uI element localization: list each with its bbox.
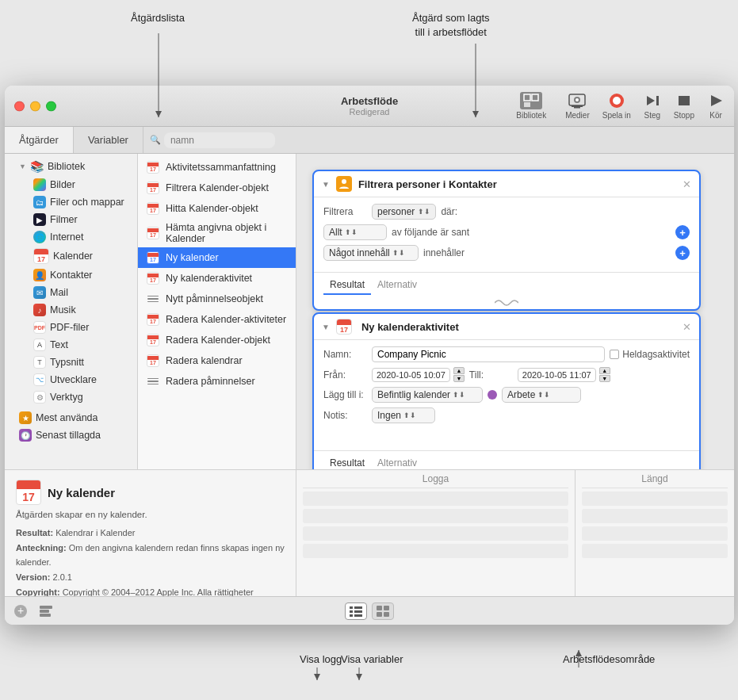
sidebar-label-senasttillagda: Senast tillagda <box>36 430 101 441</box>
filter-card-close[interactable]: ✕ <box>683 178 691 190</box>
sidebar-item-pdf[interactable]: PDF PDF-filer <box>8 319 134 336</box>
color-dot <box>488 390 497 400</box>
condition2-select[interactable]: Något innehåll ⬆⬇ <box>323 245 419 261</box>
till-input[interactable]: 2020-10-05 11:07 <box>518 368 596 382</box>
sidebar-filer-icon: 🗂 <box>33 196 46 208</box>
minimize-button[interactable] <box>30 101 40 111</box>
sidebar-pdf-icon: PDF <box>33 321 46 334</box>
new-cal-icon-header <box>337 319 351 325</box>
condition1-row: Allt ⬆⬇ av följande är sant + <box>323 224 690 240</box>
action-item-nytt-paminnelseobjekt[interactable]: Nytt påminnelseobjekt <box>138 289 296 309</box>
action-item-radera-paminnelser[interactable]: Radera påminnelser <box>138 371 296 392</box>
library-toolbar-btn[interactable]: Bibliotek <box>516 92 546 120</box>
version-key: Version: <box>16 572 50 582</box>
sidebar-item-filmer[interactable]: ▶ Filmer <box>8 211 134 228</box>
filter-tab-alternativ[interactable]: Alternativ <box>371 276 423 295</box>
run-toolbar-btn[interactable]: Kör <box>707 92 725 120</box>
window-title: Arbetsflöde Redigerad <box>341 95 398 117</box>
color-select[interactable]: Arbete ⬆⬇ <box>502 387 581 403</box>
cal-body: 17 <box>34 254 48 263</box>
till-stepper-up[interactable]: ▲ <box>599 367 610 374</box>
action-item-filtrera[interactable]: 17 Filtrera Kalender-objekt <box>138 178 296 198</box>
tab-variables[interactable]: Variabler <box>74 127 143 153</box>
expand-btn[interactable] <box>36 602 55 621</box>
action-item-aktivitetssammanfattning[interactable]: 17 Aktivitetssammanfattning <box>138 157 296 178</box>
sidebar-item-kontakter[interactable]: 👤 Kontakter <box>8 266 134 284</box>
filter-card: ▼ Filtrera personer i Kontakter ✕ Filtre… <box>312 170 701 311</box>
action-info-desc: Åtgärden skapar en ny kalender. <box>16 510 285 519</box>
library-icon <box>520 92 542 109</box>
close-button[interactable] <box>14 101 25 111</box>
filter-card-tabs: Resultat Alternativ <box>314 272 699 295</box>
step-toolbar-btn[interactable]: Steg <box>644 92 661 120</box>
heldag-checkbox[interactable] <box>610 350 619 359</box>
action-icon-filtrera: 17 <box>146 181 160 195</box>
sidebar-item-musik[interactable]: ♪ Musik <box>8 301 134 319</box>
add-action-btn[interactable]: + <box>11 602 30 621</box>
new-cal-tab-resultat[interactable]: Resultat <box>323 454 371 469</box>
sidebar-item-utvecklare[interactable]: ⌥ Utvecklare <box>8 371 134 388</box>
heldag-label: Heldagsaktivitet <box>622 349 690 360</box>
sidebar-item-typsnitt[interactable]: T Typsnitt <box>8 354 134 371</box>
action-item-ny-kalender[interactable]: 17 Ny kalender <box>138 247 296 268</box>
cal-sm-body-7: 17 <box>150 319 156 324</box>
version-val: 2.0.1 <box>52 572 71 582</box>
sidebar-label-filer: Filer och mappar <box>50 197 124 208</box>
sidebar-item-mestanvanda[interactable]: ★ Mest använda <box>8 409 134 427</box>
new-cal-icon: 17 <box>336 319 352 335</box>
till-stepper[interactable]: ▲ ▼ <box>599 367 610 382</box>
from-stepper[interactable]: ▲ ▼ <box>453 367 465 382</box>
filter-where-text: där: <box>441 206 457 217</box>
sidebar-item-verktyg[interactable]: ⚙ Verktyg <box>8 388 134 406</box>
sidebar-item-mail[interactable]: ✉ Mail <box>8 284 134 301</box>
maximize-button[interactable] <box>46 101 56 111</box>
sidebar-musik-icon: ♪ <box>33 304 46 316</box>
cal-sm-body: 17 <box>150 166 156 172</box>
action-item-radera-kalendrar[interactable]: 17 Radera kalendrar <box>138 350 296 371</box>
sidebar-label-kalender: Kalender <box>53 251 93 262</box>
sidebar-item-filer[interactable]: 🗂 Filer och mappar <box>8 193 134 211</box>
cal-sm-icon-8: 17 <box>147 334 159 346</box>
condition1-select[interactable]: Allt ⬆⬇ <box>323 224 387 240</box>
log-row-2 <box>303 509 568 523</box>
search-input[interactable] <box>164 132 275 148</box>
condition1-add-btn[interactable]: + <box>675 225 690 239</box>
list-view-btn[interactable] <box>345 602 367 620</box>
action-item-ny-kalenderaktivitet[interactable]: 17 Ny kalenderaktivitet <box>138 268 296 289</box>
sidebar-mail-icon: ✉ <box>33 286 46 299</box>
sidebar-item-bibliotek[interactable]: ▼ 📚 Bibliotek <box>8 157 134 176</box>
condition2-add-btn[interactable]: + <box>675 246 690 260</box>
notis-select[interactable]: Ingen ⬆⬇ <box>372 407 435 423</box>
action-item-hitta[interactable]: 17 Hitta Kalender-objekt <box>138 198 296 219</box>
grid-view-btn[interactable] <box>372 602 394 620</box>
media-toolbar-btn[interactable]: Medier <box>565 92 590 120</box>
new-cal-close[interactable]: ✕ <box>683 321 691 333</box>
sidebar-item-bilder[interactable]: Bilder <box>8 176 134 193</box>
name-input[interactable] <box>372 346 605 362</box>
record-icon <box>608 92 625 109</box>
tab-actions[interactable]: Åtgärder <box>5 127 74 153</box>
sidebar-item-senasttillagda[interactable]: 🕐 Senast tillagda <box>8 427 134 444</box>
condition2-arrow: ⬆⬇ <box>392 249 405 257</box>
new-cal-chevron[interactable]: ▼ <box>322 323 330 331</box>
filter-select[interactable]: personer ⬆⬇ <box>372 204 436 220</box>
cal-sm-body-2: 17 <box>150 187 156 193</box>
from-stepper-down[interactable]: ▼ <box>453 375 465 382</box>
new-cal-tab-alternativ[interactable]: Alternativ <box>371 454 423 469</box>
from-input[interactable]: 2020-10-05 10:07 <box>372 368 450 382</box>
sidebar-item-text[interactable]: A Text <box>8 336 134 354</box>
sidebar-kontakter-icon: 👤 <box>33 269 46 281</box>
sidebar-item-kalender[interactable]: 17 Kalender <box>8 246 134 266</box>
cal-sm-body-4: 17 <box>150 232 156 238</box>
stop-toolbar-btn[interactable]: Stopp <box>674 92 694 120</box>
sidebar-item-internet[interactable]: 🌐 Internet <box>8 228 134 246</box>
action-item-radera-aktiviteter[interactable]: 17 Radera Kalender-aktiviteter <box>138 309 296 330</box>
from-stepper-up[interactable]: ▲ <box>453 367 465 374</box>
action-item-hamta[interactable]: 17 Hämta angivna objekt i Kalender <box>138 219 296 247</box>
lagg-select[interactable]: Befintlig kalender ⬆⬇ <box>372 387 483 403</box>
filter-card-chevron[interactable]: ▼ <box>322 180 330 189</box>
till-stepper-down[interactable]: ▼ <box>599 375 610 382</box>
record-toolbar-btn[interactable]: Spela in <box>602 92 631 120</box>
filter-tab-resultat[interactable]: Resultat <box>323 276 371 295</box>
action-item-radera-objekt[interactable]: 17 Radera Kalender-objekt <box>138 330 296 350</box>
